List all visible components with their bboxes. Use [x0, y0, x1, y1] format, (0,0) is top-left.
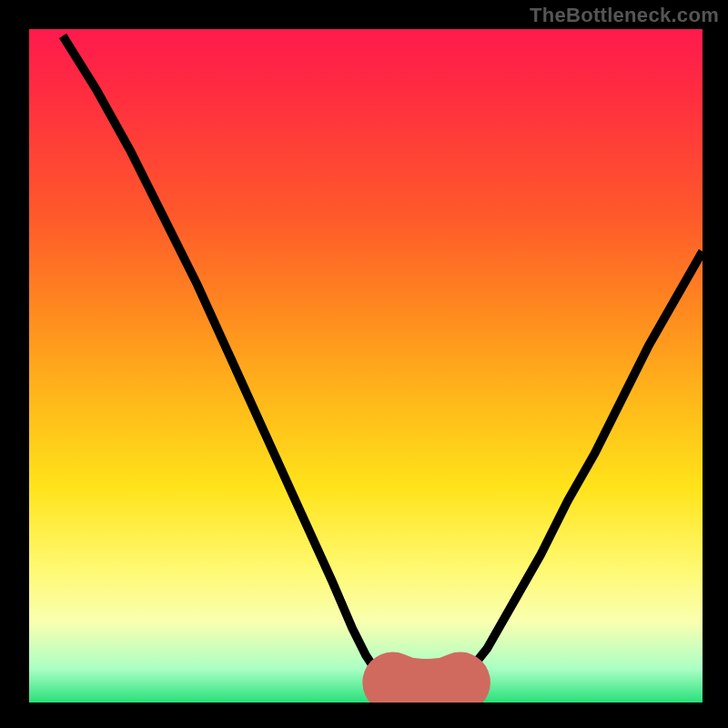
watermark-text: TheBottleneck.com — [530, 4, 719, 27]
right-curve — [460, 251, 703, 682]
left-curve — [63, 35, 393, 682]
chart-svg — [29, 29, 703, 703]
flat-minimum-marker — [393, 682, 460, 689]
chart-frame: TheBottleneck.com — [0, 0, 728, 728]
plot-area — [29, 29, 703, 703]
